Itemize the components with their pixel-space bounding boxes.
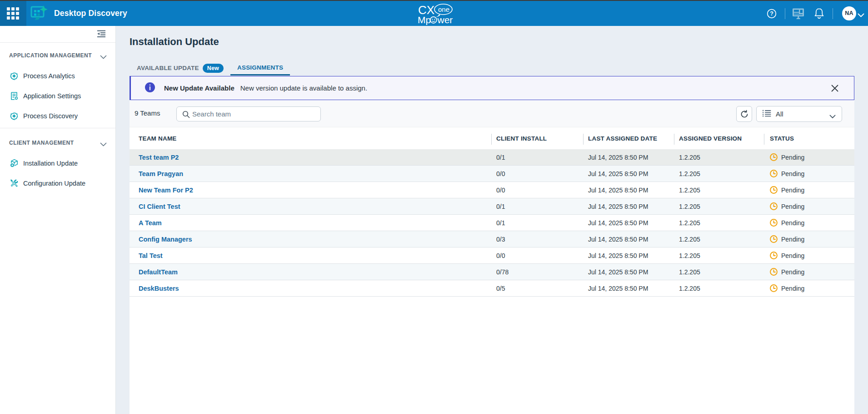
chevron-down-icon[interactable]: [858, 11, 864, 20]
svg-text:one: one: [438, 5, 449, 13]
team-name-link[interactable]: DefaultTeam: [139, 268, 178, 276]
team-name-link[interactable]: A Team: [139, 219, 162, 227]
filter-value: All: [776, 110, 783, 118]
team-name-link[interactable]: Team Pragyan: [139, 170, 183, 177]
screen-share-icon[interactable]: [792, 1, 805, 26]
team-name-link[interactable]: New Team For P2: [139, 187, 193, 194]
table-row[interactable]: Team Pragyan 0/0 Jul 14, 2025 8:50 PM 1.…: [130, 166, 854, 182]
sidebar-divider: [0, 128, 115, 128]
notifications-bell-icon[interactable]: [814, 1, 824, 26]
status-cell: Pending: [764, 268, 854, 276]
sidebar-item-configuration-update[interactable]: Configuration Update: [0, 173, 115, 193]
banner-message: New version update is available to assig…: [240, 84, 367, 92]
column-header-client-install[interactable]: CLIENT INSTALL: [491, 127, 583, 149]
app-launcher-button[interactable]: [0, 1, 26, 26]
filter-dropdown[interactable]: All: [756, 106, 842, 122]
sidebar-item-label: Installation Update: [23, 160, 78, 167]
column-header-assigned-version[interactable]: ASSIGNED VERSION: [674, 127, 764, 149]
sidebar-section-client-management[interactable]: CLIENT MANAGEMENT: [0, 136, 115, 149]
refresh-button[interactable]: [736, 106, 752, 122]
close-icon[interactable]: [831, 84, 839, 92]
top-bar: Desktop Discovery CX one Mp wer ?: [0, 1, 868, 26]
svg-text:wer: wer: [437, 15, 453, 25]
assigned-version-cell: 1.2.205: [674, 252, 764, 259]
team-count: 9 Teams: [135, 100, 160, 127]
status-cell: Pending: [764, 219, 854, 227]
tab-available-update[interactable]: AVAILABLE UPDATE New: [130, 61, 230, 76]
sidebar-item-application-settings[interactable]: Application Settings: [0, 86, 115, 106]
svg-text:?: ?: [770, 10, 773, 17]
status-cell: Pending: [764, 170, 854, 177]
assigned-version-cell: 1.2.205: [674, 154, 764, 161]
sidebar: APPLICATION MANAGEMENT Process Analytics: [0, 26, 116, 414]
team-name-link[interactable]: CI Client Test: [139, 203, 180, 210]
section-label: CLIENT MANAGEMENT: [9, 140, 74, 146]
table-row[interactable]: Tal Test 0/0 Jul 14, 2025 8:50 PM 1.2.20…: [130, 247, 854, 264]
team-name-link[interactable]: Config Managers: [139, 236, 192, 243]
table-controls: 9 Teams: [130, 100, 854, 127]
assigned-version-cell: 1.2.205: [674, 203, 764, 210]
tab-assignments[interactable]: ASSIGNMENTS: [230, 61, 290, 76]
page-title: Installation Update: [130, 36, 219, 48]
column-header-team-name[interactable]: TEAM NAME: [130, 127, 491, 149]
status-label: Pending: [781, 219, 804, 227]
search-icon: [182, 111, 190, 118]
section-label: APPLICATION MANAGEMENT: [9, 52, 92, 59]
sidebar-item-installation-update[interactable]: Installation Update: [0, 153, 115, 173]
pending-clock-icon: [770, 252, 778, 259]
sidebar-item-process-discovery[interactable]: Process Discovery: [0, 106, 115, 126]
assigned-version-cell: 1.2.205: [674, 219, 764, 227]
team-name-link[interactable]: Tal Test: [139, 252, 163, 259]
configuration-update-icon: [10, 179, 19, 188]
table-row[interactable]: CI Client Test 0/1 Jul 14, 2025 8:50 PM …: [130, 198, 854, 215]
table-row[interactable]: DefaultTeam 0/78 Jul 14, 2025 8:50 PM 1.…: [130, 264, 854, 280]
status-label: Pending: [781, 252, 804, 259]
app-launcher-icon: [7, 7, 20, 20]
list-view-icon: [763, 110, 771, 119]
search-input[interactable]: [192, 107, 317, 121]
avatar[interactable]: NA: [842, 6, 856, 20]
table-row[interactable]: A Team 0/1 Jul 14, 2025 8:50 PM 1.2.205 …: [130, 215, 854, 231]
last-assigned-date-cell: Jul 14, 2025 8:50 PM: [583, 170, 674, 177]
table-row[interactable]: Test team P2 0/1 Jul 14, 2025 8:50 PM 1.…: [130, 149, 854, 166]
assigned-version-cell: 1.2.205: [674, 268, 764, 276]
assigned-version-cell: 1.2.205: [674, 236, 764, 243]
assigned-version-cell: 1.2.205: [674, 285, 764, 292]
status-cell: Pending: [764, 284, 854, 292]
last-assigned-date-cell: Jul 14, 2025 8:50 PM: [583, 154, 674, 161]
info-icon: [145, 82, 155, 95]
help-icon[interactable]: ?: [766, 1, 777, 26]
chevron-down-icon: [100, 53, 107, 61]
column-header-last-assigned-date[interactable]: LAST ASSIGNED DATE: [583, 127, 674, 149]
app-title: Desktop Discovery: [54, 1, 127, 26]
column-header-status[interactable]: STATUS: [764, 127, 854, 149]
status-cell: Pending: [764, 186, 854, 194]
team-name-link[interactable]: Test team P2: [139, 154, 179, 161]
table-row[interactable]: DeskBusters 0/5 Jul 14, 2025 8:50 PM 1.2…: [130, 280, 854, 297]
sidebar-item-label: Process Analytics: [23, 72, 75, 80]
client-install-cell: 0/0: [491, 252, 583, 259]
status-label: Pending: [781, 268, 804, 276]
pending-clock-icon: [770, 202, 778, 210]
sidebar-item-process-analytics[interactable]: Process Analytics: [0, 66, 115, 86]
new-update-banner: New Update Available New version update …: [130, 76, 854, 100]
sidebar-section-application-management[interactable]: APPLICATION MANAGEMENT: [0, 49, 115, 62]
table-row[interactable]: New Team For P2 0/0 Jul 14, 2025 8:50 PM…: [130, 182, 854, 198]
client-install-cell: 0/1: [491, 154, 583, 161]
main-content: Installation Update AVAILABLE UPDATE New…: [116, 26, 868, 414]
last-assigned-date-cell: Jul 14, 2025 8:50 PM: [583, 268, 674, 276]
client-install-cell: 0/78: [491, 268, 583, 276]
team-name-link[interactable]: DeskBusters: [139, 285, 179, 292]
refresh-icon: [740, 110, 749, 119]
status-label: Pending: [781, 285, 804, 292]
status-label: Pending: [781, 236, 804, 243]
pending-clock-icon: [770, 170, 778, 177]
status-cell: Pending: [764, 202, 854, 210]
table-row[interactable]: Config Managers 0/3 Jul 14, 2025 8:50 PM…: [130, 231, 854, 247]
new-badge: New: [203, 64, 224, 73]
status-cell: Pending: [764, 153, 854, 161]
cxone-mpower-logo: CX one Mp wer: [417, 3, 456, 27]
collapse-sidebar-icon[interactable]: [97, 29, 106, 38]
last-assigned-date-cell: Jul 14, 2025 8:50 PM: [583, 203, 674, 210]
chevron-down-icon: [100, 141, 107, 149]
